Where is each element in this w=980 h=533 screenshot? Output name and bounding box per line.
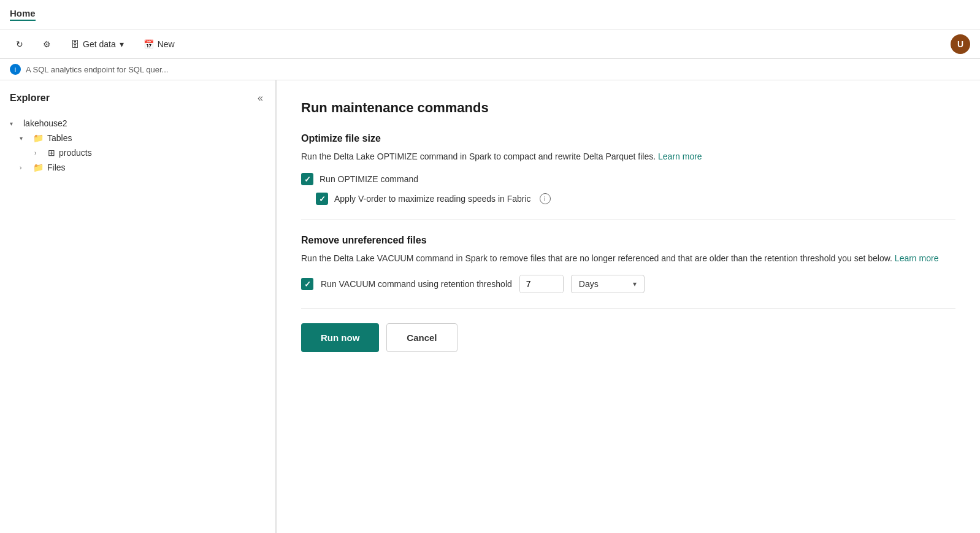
main-area: Explorer « ▾ lakehouse2 ▾ 📁 Tables › ⊞ p… <box>0 80 980 533</box>
vacuum-learn-more-link[interactable]: Learn more <box>895 253 939 263</box>
threshold-unit-dropdown[interactable]: Days ▾ <box>571 275 645 293</box>
info-icon: i <box>10 64 21 75</box>
checkmark-icon: ✓ <box>304 175 311 184</box>
threshold-value-input[interactable] <box>520 275 564 293</box>
get-data-label: Get data <box>83 39 116 49</box>
settings-button[interactable]: ⚙ <box>37 36 57 53</box>
refresh-icon: ↻ <box>16 39 23 49</box>
threshold-number-input[interactable]: ▲ ▼ <box>519 275 564 293</box>
explorer-title: Explorer <box>10 93 50 104</box>
tables-icon: 📁 <box>33 133 44 143</box>
new-button[interactable]: 📅 New <box>137 36 181 53</box>
sidebar: Explorer « ▾ lakehouse2 ▾ 📁 Tables › ⊞ p… <box>0 80 276 533</box>
threshold-unit-value: Days <box>579 279 599 289</box>
optimize-checkbox[interactable]: ✓ <box>301 173 313 185</box>
chevron-down-icon: ▾ <box>633 280 637 288</box>
cancel-button[interactable]: Cancel <box>386 323 457 352</box>
sidebar-header: Explorer « <box>10 90 266 106</box>
chevron-down-icon: ▾ <box>10 120 20 127</box>
get-data-icon: 🗄 <box>71 39 79 49</box>
gear-icon: ⚙ <box>43 39 51 49</box>
tables-label: Tables <box>47 133 72 143</box>
optimize-heading: Optimize file size <box>301 133 955 144</box>
avatar: U <box>951 34 970 54</box>
optimize-desc: Run the Delta Lake OPTIMIZE command in S… <box>301 150 955 163</box>
checkmark-icon: ✓ <box>304 280 311 289</box>
files-label: Files <box>47 163 66 172</box>
topbar: Home <box>0 0 980 29</box>
optimize-checkbox-row: ✓ Run OPTIMIZE command <box>301 173 955 185</box>
vorder-checkbox[interactable]: ✓ <box>316 193 328 205</box>
chevron-right-icon: › <box>34 150 44 156</box>
sidebar-item-tables[interactable]: ▾ 📁 Tables <box>10 131 266 145</box>
sidebar-item-files[interactable]: › 📁 Files <box>10 160 266 175</box>
get-data-button[interactable]: 🗄 Get data ▾ <box>64 36 130 53</box>
vacuum-checkbox[interactable]: ✓ <box>301 278 313 290</box>
new-icon: 📅 <box>144 39 154 49</box>
vorder-info-icon[interactable]: i <box>540 193 551 204</box>
collapse-button[interactable]: « <box>255 90 266 106</box>
chevron-down-icon: ▾ <box>120 39 124 49</box>
toolbar: ↻ ⚙ 🗄 Get data ▾ 📅 New U <box>0 29 980 59</box>
action-buttons: Run now Cancel <box>301 323 955 352</box>
sidebar-item-products[interactable]: › ⊞ products <box>10 145 266 160</box>
section-divider <box>301 220 955 220</box>
products-icon: ⊞ <box>48 148 55 158</box>
sidebar-item-lakehouse[interactable]: ▾ lakehouse2 <box>10 116 266 131</box>
vorder-checkbox-row: ✓ Apply V-order to maximize reading spee… <box>301 193 955 205</box>
optimize-checkbox-label: Run OPTIMIZE command <box>320 174 418 184</box>
vacuum-checkbox-label: Run VACUUM command using retention thres… <box>321 279 512 289</box>
panel-title: Run maintenance commands <box>301 100 955 116</box>
infobar-message: A SQL analytics endpoint for SQL quer... <box>26 65 168 74</box>
infobar: i A SQL analytics endpoint for SQL quer.… <box>0 59 980 80</box>
chevron-down-icon: ▾ <box>20 135 29 142</box>
vacuum-desc: Run the Delta Lake VACUUM command in Spa… <box>301 252 955 265</box>
home-title: Home <box>10 8 36 21</box>
vacuum-desc-text: Run the Delta Lake VACUUM command in Spa… <box>301 253 892 263</box>
checkmark-icon: ✓ <box>319 194 326 204</box>
products-label: products <box>59 148 92 158</box>
vacuum-heading: Remove unreferenced files <box>301 235 955 246</box>
lakehouse-label: lakehouse2 <box>23 118 67 128</box>
optimize-desc-text: Run the Delta Lake OPTIMIZE command in S… <box>301 151 656 161</box>
maintenance-panel: Run maintenance commands Optimize file s… <box>276 80 980 533</box>
button-divider <box>301 308 955 309</box>
new-label: New <box>158 39 175 49</box>
run-now-button[interactable]: Run now <box>301 323 379 352</box>
chevron-right-icon: › <box>20 164 29 171</box>
files-icon: 📁 <box>33 163 44 172</box>
optimize-learn-more-link[interactable]: Learn more <box>658 151 702 161</box>
vorder-checkbox-label: Apply V-order to maximize reading speeds… <box>334 194 531 204</box>
refresh-button[interactable]: ↻ <box>10 36 29 53</box>
vacuum-checkbox-row: ✓ Run VACUUM command using retention thr… <box>301 275 955 293</box>
